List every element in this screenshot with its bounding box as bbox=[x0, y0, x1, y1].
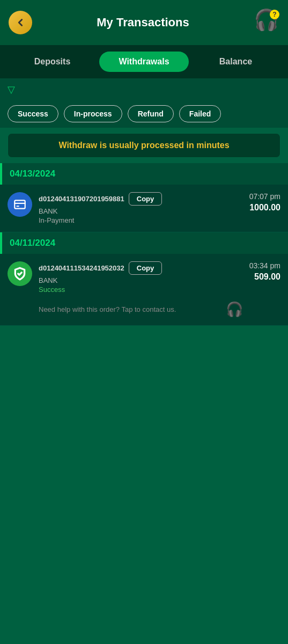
transaction-main-1: d012404131907201959881 Copy BANK In-Paym… bbox=[8, 192, 280, 224]
transaction-card-2: d012404111534241952032 Copy BANK Success… bbox=[0, 254, 288, 326]
tx-order-id-1: d012404131907201959881 bbox=[39, 195, 124, 203]
tx-status-2: Success bbox=[39, 286, 243, 294]
copy-button-1[interactable]: Copy bbox=[129, 192, 163, 206]
help-button[interactable]: 🎧 ? bbox=[254, 10, 279, 35]
tab-balance[interactable]: Balance bbox=[191, 52, 280, 72]
tx-amount-1: 1000.00 bbox=[249, 203, 280, 213]
info-banner: Withdraw is usually processed in minutes bbox=[8, 133, 280, 158]
chip-success[interactable]: Success bbox=[8, 105, 58, 122]
tab-deposits[interactable]: Deposits bbox=[8, 52, 97, 72]
tx-right-2: 03:34 pm 509.00 bbox=[249, 261, 280, 282]
tx-order-id-2: d012404111534241952032 bbox=[39, 264, 124, 272]
svg-rect-0 bbox=[14, 200, 25, 208]
date-label-2: 04/11/2024 bbox=[10, 238, 55, 248]
tx-type-1: BANK bbox=[39, 207, 243, 215]
help-badge: ? bbox=[270, 10, 279, 19]
help-link-icon[interactable]: 🎧 bbox=[226, 301, 243, 318]
tx-time-2: 03:34 pm bbox=[249, 261, 280, 270]
tx-status-1: In-Payment bbox=[39, 216, 243, 224]
page-title: My Transactions bbox=[32, 16, 254, 30]
transactions-area: 04/13/2024 d012404131907201959881 Copy B… bbox=[0, 163, 288, 326]
tx-amount-2: 509.00 bbox=[249, 272, 280, 282]
tx-icon-success bbox=[8, 261, 32, 286]
tx-type-2: BANK bbox=[39, 276, 243, 284]
date-header-2: 04/11/2024 bbox=[0, 232, 288, 254]
tx-id-row-2: d012404111534241952032 Copy bbox=[39, 261, 243, 275]
help-link-row: Need help with this order? Tap to contac… bbox=[39, 298, 243, 318]
chip-inprocess[interactable]: In-process bbox=[64, 105, 122, 122]
tx-icon-inpayment bbox=[8, 192, 32, 217]
filter-row: ▽ bbox=[0, 78, 288, 101]
tx-time-1: 07:07 pm bbox=[249, 192, 280, 201]
filter-chips: Success In-process Refund Failed bbox=[0, 101, 288, 128]
info-banner-text: Withdraw is usually processed in minutes bbox=[58, 141, 229, 150]
chip-refund[interactable]: Refund bbox=[128, 105, 174, 122]
header: My Transactions 🎧 ? bbox=[0, 0, 288, 45]
date-header-1: 04/13/2024 bbox=[0, 163, 288, 185]
filter-icon[interactable]: ▽ bbox=[8, 84, 15, 96]
transaction-card-1: d012404131907201959881 Copy BANK In-Paym… bbox=[0, 185, 288, 232]
tx-details-1: d012404131907201959881 Copy BANK In-Paym… bbox=[39, 192, 243, 224]
empty-spacer bbox=[0, 326, 288, 540]
tx-right-1: 07:07 pm 1000.00 bbox=[249, 192, 280, 213]
help-link-text: Need help with this order? Tap to contac… bbox=[39, 305, 176, 313]
transaction-main-2: d012404111534241952032 Copy BANK Success… bbox=[8, 261, 280, 318]
tab-withdrawals[interactable]: Withdrawals bbox=[99, 52, 189, 72]
chip-failed[interactable]: Failed bbox=[179, 105, 221, 122]
tx-id-row-1: d012404131907201959881 Copy bbox=[39, 192, 243, 206]
copy-button-2[interactable]: Copy bbox=[129, 261, 163, 275]
date-label-1: 04/13/2024 bbox=[10, 169, 55, 179]
tx-details-2: d012404111534241952032 Copy BANK Success… bbox=[39, 261, 243, 318]
back-button[interactable] bbox=[9, 11, 32, 34]
tabs-container: Deposits Withdrawals Balance bbox=[0, 45, 288, 78]
